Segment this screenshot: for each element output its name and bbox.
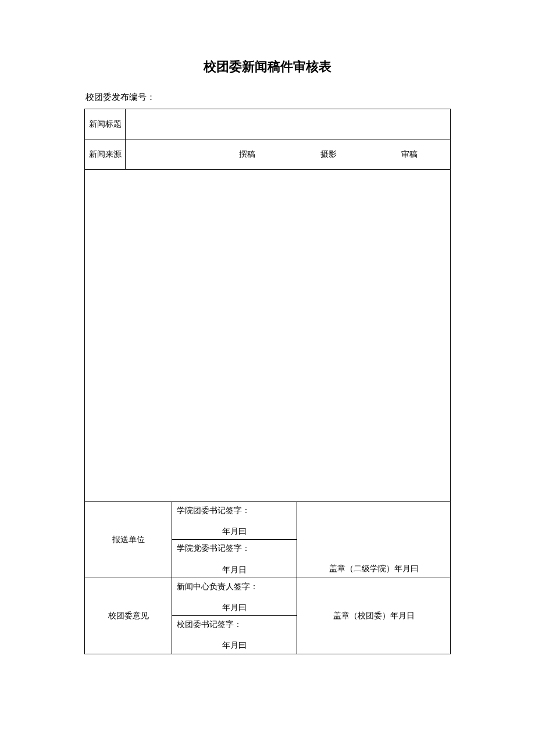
review-form-table: 新闻标题 新闻来源 撰稿 摄影 审稿 报送单位 学院团委书记签字： 年月曰 <box>84 109 451 654</box>
college-tw-sign-label: 学院团委书记签字： <box>177 506 292 516</box>
college-party-sign-date: 年月日 <box>177 554 292 575</box>
document-page: 校团委新闻稿件审核表 校团委发布编号： 新闻标题 新闻来源 撰稿 摄影 审稿 <box>0 0 535 712</box>
news-center-sign-label: 新闻中心负责人签字： <box>177 582 292 592</box>
writer-label: 撰稿 <box>207 149 288 160</box>
college-party-sign-label: 学院党委书记签字： <box>177 543 292 554</box>
review-label: 审稿 <box>369 149 451 160</box>
publish-id-label: 校团委发布编号： <box>84 92 451 103</box>
school-tw-sign-date: 年月曰 <box>177 630 292 651</box>
row-body <box>85 170 451 502</box>
row-title: 新闻标题 <box>85 109 451 139</box>
photo-label: 摄影 <box>288 149 369 160</box>
college-party-sign-cell: 学院党委书记签字： 年月日 <box>172 540 297 578</box>
body-area <box>85 170 451 502</box>
college-stamp-cell: 盖章（二级学院）年月曰 <box>297 502 451 578</box>
page-title: 校团委新闻稿件审核表 <box>84 58 451 76</box>
school-stamp-text: 盖章（校团委）年月日 <box>333 611 415 620</box>
college-tw-sign-cell: 学院团委书记签字： 年月曰 <box>172 502 297 540</box>
news-title-value <box>126 109 451 139</box>
news-center-sign-cell: 新闻中心负责人签字： 年月曰 <box>172 578 297 615</box>
college-tw-sign-date: 年月曰 <box>177 516 292 537</box>
opinion-label: 校团委意见 <box>85 578 172 654</box>
source-fields-inner: 撰稿 摄影 审稿 <box>126 149 450 160</box>
school-tw-sign-cell: 校团委书记签字： 年月曰 <box>172 616 297 654</box>
college-stamp-text: 盖章（二级学院）年月曰 <box>329 564 419 573</box>
school-tw-sign-label: 校团委书记签字： <box>177 619 292 630</box>
school-stamp-cell: 盖章（校团委）年月日 <box>297 578 451 654</box>
news-source-label: 新闻来源 <box>85 139 126 170</box>
row-source: 新闻来源 撰稿 摄影 审稿 <box>85 139 451 170</box>
news-center-sign-date: 年月曰 <box>177 592 292 613</box>
news-title-label: 新闻标题 <box>85 109 126 139</box>
submit-unit-label: 报送单位 <box>85 502 172 578</box>
row-opinion-1: 校团委意见 新闻中心负责人签字： 年月曰 盖章（校团委）年月日 <box>85 578 451 615</box>
news-source-fields: 撰稿 摄影 审稿 <box>126 139 451 170</box>
row-submit-unit-1: 报送单位 学院团委书记签字： 年月曰 盖章（二级学院）年月曰 <box>85 502 451 540</box>
writer-blank <box>126 149 207 160</box>
